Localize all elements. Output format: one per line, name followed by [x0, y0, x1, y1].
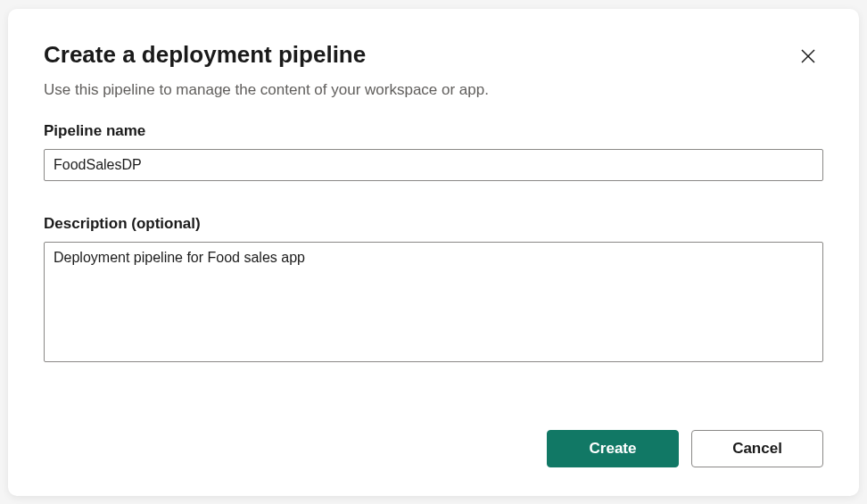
pipeline-name-field-group: Pipeline name [44, 122, 823, 181]
description-field-group: Description (optional) [44, 215, 823, 366]
description-label: Description (optional) [44, 215, 823, 233]
description-input[interactable] [44, 242, 823, 362]
create-pipeline-dialog: Create a deployment pipeline Use this pi… [8, 9, 859, 496]
create-button[interactable]: Create [547, 430, 679, 467]
dialog-button-row: Create Cancel [44, 430, 823, 467]
close-button[interactable] [797, 45, 820, 70]
pipeline-name-label: Pipeline name [44, 122, 823, 140]
close-icon [800, 48, 816, 67]
cancel-button[interactable]: Cancel [691, 430, 823, 467]
pipeline-name-input[interactable] [44, 149, 823, 181]
dialog-title: Create a deployment pipeline [44, 41, 823, 69]
dialog-subtitle: Use this pipeline to manage the content … [44, 81, 823, 99]
